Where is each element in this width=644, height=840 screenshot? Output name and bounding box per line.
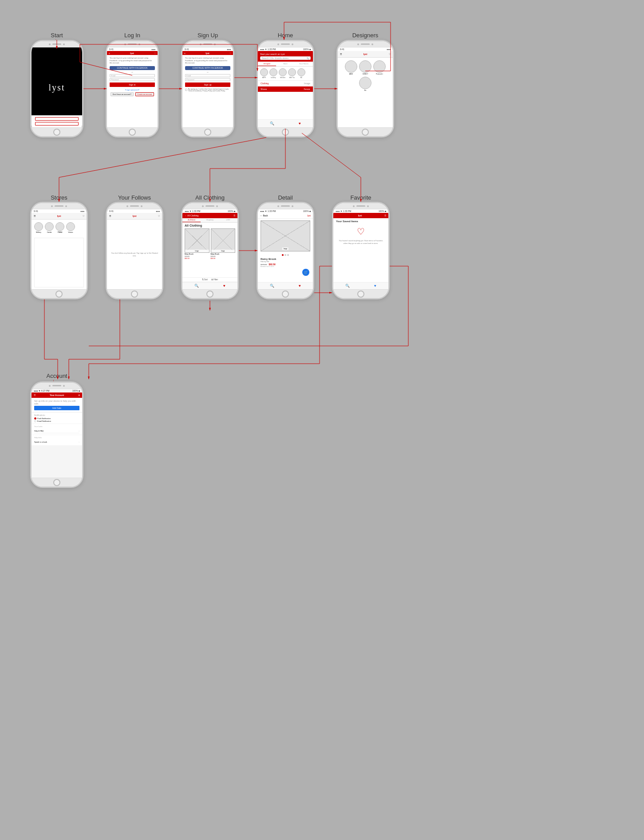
facebook-login-btn[interactable]: CONTINUE WITH FACEBOOK <box>110 66 155 70</box>
terms-checkbox[interactable] <box>185 89 187 91</box>
home-tab-row: Designer Store Your Stores <box>258 62 313 67</box>
phone-start: lyst <box>30 40 83 137</box>
phone-bottom-stores <box>32 289 87 298</box>
account-subtitle: Set up info on your device to help you w… <box>34 400 79 405</box>
home-button-follows[interactable] <box>131 290 138 298</box>
home-button-stores[interactable] <box>55 290 63 298</box>
your-links-label: Your Links <box>34 425 79 428</box>
login-password-field[interactable]: Password <box>110 78 155 81</box>
screen-account-label: Account <box>30 373 83 379</box>
email-label: Email Notification <box>37 420 51 422</box>
tab-lyst[interactable]: LYST <box>219 218 237 222</box>
phone-signup: 9:41●●● ≡lyst♡ You can log in to your ex… <box>181 40 234 137</box>
push-radio[interactable] <box>34 417 36 420</box>
home-search-prompt: Start your search on Lyst <box>260 53 311 55</box>
phone-top-signup <box>182 41 233 47</box>
home-search-bar[interactable]: Search 11k+ brands stores 🔍 <box>260 56 311 60</box>
login-email-field[interactable]: Email <box>110 74 155 77</box>
detail-header: ← Backlyst <box>258 213 313 219</box>
home-button-start[interactable] <box>53 129 60 136</box>
home-button-allclothing[interactable] <box>206 290 213 298</box>
signin-btn[interactable]: Sign in <box>110 82 155 87</box>
phone-login: 9:41●●● ≡lyst♡ You can log in to your ex… <box>106 40 159 137</box>
phone-top-login <box>107 41 158 47</box>
forgot-link[interactable]: Forgot password? <box>107 88 158 91</box>
favorite-empty-text: You haven't saved anything yet. Save ite… <box>333 239 388 245</box>
phone-top-designers <box>338 41 393 47</box>
tab-store[interactable]: Store <box>276 62 294 66</box>
product-sale-2: $92.50 <box>211 258 236 259</box>
screen-signup-label: Sign Up <box>181 32 234 39</box>
favorite-search-nav[interactable]: 🔍 <box>345 284 350 288</box>
screen-login-label: Log In <box>106 32 159 39</box>
phone-favorite: ●●● ▼ 1:33 PM100% ■ lyst☰ Your Saved Ite… <box>332 202 390 299</box>
phone-bottom-designers <box>338 127 393 136</box>
product-image-2: Image <box>211 228 236 253</box>
product-price-1: $275.00 <box>185 255 209 257</box>
allclothing-title: All Clothing <box>182 223 237 228</box>
clothing-category[interactable]: Clothing <box>261 82 269 85</box>
tab-your-stores[interactable]: Your Stores <box>295 62 313 66</box>
home-button-home[interactable] <box>282 129 289 136</box>
favorite-heart: ♡ <box>333 224 388 239</box>
home-button-signup[interactable] <box>204 129 211 136</box>
status-bar-home: ●●● ▼ 1:33 PM100% ■ <box>258 47 313 51</box>
signup-email-field[interactable]: Email <box>185 74 230 77</box>
shoes-category[interactable]: Shoes <box>261 88 267 90</box>
home-button-favorite[interactable] <box>357 290 364 298</box>
detail-store-info: Available from 4 stores <box>261 266 310 267</box>
favorite-heart-nav[interactable]: ♥ <box>374 284 376 288</box>
tab-shopkeep[interactable]: Shopkeep <box>201 218 219 222</box>
home-heart-nav[interactable]: ♥ <box>299 122 301 126</box>
add-sale-btn[interactable]: Add Sale <box>34 406 79 410</box>
signup-password-field[interactable]: Password <box>185 78 230 81</box>
allclothing-search-nav[interactable]: 🔍 <box>194 284 199 288</box>
email-radio[interactable] <box>34 420 36 422</box>
screen-designers-label: Designers <box>336 32 394 39</box>
speak-bank-item[interactable]: Speak to a bank <box>34 441 47 443</box>
home-button-account[interactable] <box>53 479 60 486</box>
home-button-detail[interactable] <box>282 290 289 298</box>
detail-search-nav[interactable]: 🔍 <box>270 284 274 288</box>
help-chevron: › <box>79 429 79 432</box>
sort-btn[interactable]: ⇅ Sort <box>202 279 208 281</box>
help-faq-item[interactable]: Help & FAQ <box>34 430 43 432</box>
phone-designers: 9:41●●● ☰lyst♡ ABUS CONECT Proenza & i <box>336 40 394 137</box>
home-search-nav[interactable]: 🔍 <box>270 122 274 126</box>
phone-bottom-follows <box>107 289 162 298</box>
notifications-label: Notifications <box>34 414 79 416</box>
signup-btn[interactable]: Sign up <box>185 82 230 87</box>
status-bar-stores: 9:41●●● <box>32 209 87 213</box>
detail-heart-nav[interactable]: ♥ <box>299 284 301 288</box>
facebook-signup-btn[interactable]: CONTINUE WITH FACEBOOK <box>185 66 230 70</box>
favorite-header: lyst☰ <box>333 213 388 218</box>
phone-home: ●●● ▼ 1:33 PM100% ■ Start your search on… <box>257 40 314 137</box>
add-to-cart-btn[interactable]: 🛒 <box>302 269 309 276</box>
follows-empty-text: You don't follow any brands yet. Tap 'si… <box>111 252 158 257</box>
screen-allclothing-label: All Clothing <box>181 194 239 201</box>
phone-top-follows <box>107 203 162 209</box>
filter-btn[interactable]: ⊞ Filter <box>211 279 218 281</box>
allclothing-heart-nav[interactable]: ♥ <box>223 284 225 288</box>
status-bar-favorite: ●●● ▼ 1:33 PM100% ■ <box>333 209 388 213</box>
phone-bottom-account <box>32 478 82 487</box>
flow-arrows <box>0 0 644 840</box>
phone-top-allclothing <box>182 203 237 209</box>
phone-follows: 9:41●●● ☰lyst♡ You don't follow any bran… <box>106 202 163 299</box>
home-button-login[interactable] <box>129 129 136 136</box>
tab-aswished[interactable]: As Wished <box>182 218 201 222</box>
phone-top-start <box>32 41 82 47</box>
create-account-link[interactable]: Create an account <box>135 92 154 96</box>
status-bar-signup: 9:41●●● <box>182 47 233 51</box>
tab-designer[interactable]: Designer <box>258 62 276 66</box>
signup-or: or <box>182 70 233 74</box>
lyst-header-login: ≡lyst♡ <box>107 51 158 55</box>
phone-top-home <box>258 41 313 47</box>
phone-bottom-home <box>258 127 313 136</box>
home-button-designers[interactable] <box>362 129 369 136</box>
login-description: You can log in to your existing Lyst acc… <box>110 57 155 64</box>
product-name-1: Baby Brook <box>185 253 209 255</box>
phone-bottom-login <box>107 127 158 136</box>
phone-top-stores <box>32 203 87 209</box>
phone-top-detail <box>258 203 313 209</box>
